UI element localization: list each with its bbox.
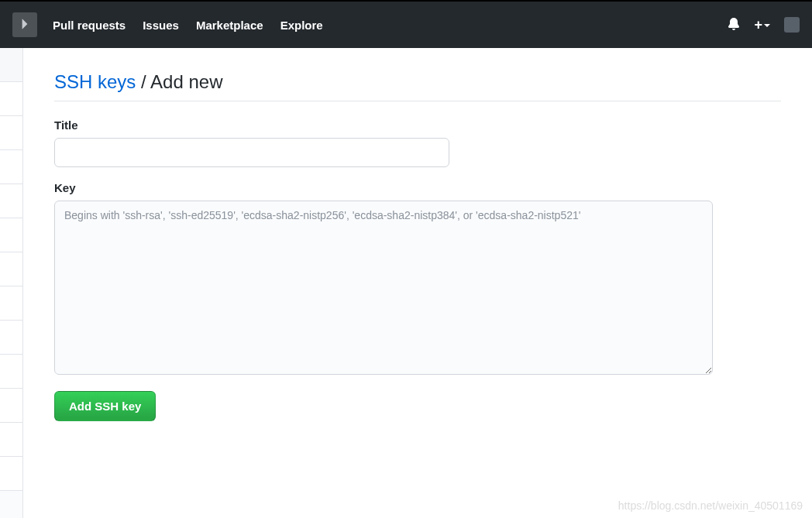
sidebar-item[interactable] — [0, 150, 22, 184]
main-nav: Pull requests Issues Marketplace Explore — [53, 19, 323, 32]
bell-icon — [728, 18, 740, 33]
title-group: Title — [54, 118, 781, 167]
sidebar-item[interactable] — [0, 252, 22, 286]
title-label: Title — [54, 118, 781, 132]
add-ssh-key-button[interactable]: Add SSH key — [54, 391, 156, 421]
nav-explore[interactable]: Explore — [280, 19, 323, 32]
nav-issues[interactable]: Issues — [143, 19, 179, 32]
header-left: Pull requests Issues Marketplace Explore — [12, 12, 323, 37]
key-textarea[interactable] — [54, 201, 713, 375]
chevron-down-icon — [764, 24, 770, 27]
logo[interactable] — [12, 12, 37, 37]
sidebar-item[interactable] — [0, 218, 22, 252]
sidebar-item[interactable] — [0, 457, 22, 491]
breadcrumb-separator: / — [136, 71, 150, 92]
sidebar-item[interactable] — [0, 82, 22, 116]
breadcrumb-current: Add new — [150, 71, 222, 92]
title-input[interactable] — [54, 138, 449, 167]
page-heading: SSH keys / Add new — [54, 71, 781, 101]
key-label: Key — [54, 181, 781, 194]
global-header: Pull requests Issues Marketplace Explore… — [0, 0, 812, 48]
notifications-button[interactable] — [728, 18, 740, 33]
plus-icon: + — [754, 17, 762, 33]
sidebar-item[interactable] — [0, 389, 22, 423]
logo-icon — [18, 17, 32, 33]
watermark: https://blog.csdn.net/weixin_40501169 — [618, 499, 803, 512]
sidebar-item[interactable] — [0, 355, 22, 389]
sidebar-item[interactable] — [0, 48, 22, 82]
nav-pull-requests[interactable]: Pull requests — [53, 19, 126, 32]
header-right: + — [728, 17, 800, 33]
user-avatar[interactable] — [784, 17, 800, 33]
main-container: SSH keys / Add new Title Key Add SSH key… — [0, 48, 812, 518]
sidebar-item[interactable] — [0, 423, 22, 457]
key-group: Key — [54, 181, 781, 377]
sidebar-item[interactable] — [0, 286, 22, 321]
breadcrumb-ssh-keys-link[interactable]: SSH keys — [54, 71, 136, 92]
settings-sidebar — [0, 48, 23, 518]
sidebar-item[interactable] — [0, 116, 22, 150]
sidebar-item[interactable] — [0, 321, 22, 355]
sidebar-item[interactable] — [0, 184, 22, 218]
create-new-dropdown[interactable]: + — [754, 17, 770, 33]
nav-marketplace[interactable]: Marketplace — [196, 19, 263, 32]
content-area: SSH keys / Add new Title Key Add SSH key… — [23, 48, 812, 518]
